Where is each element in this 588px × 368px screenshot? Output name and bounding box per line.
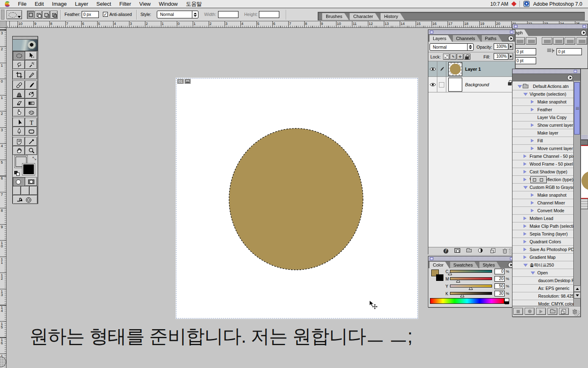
action-row-fill[interactable]: Fill — [512, 137, 573, 145]
action-row-move-current-layer[interactable]: Move current layer — [512, 145, 573, 153]
action-row-sepia-toning-layer[interactable]: Sepia Toning (layer) — [512, 230, 573, 238]
menu-view[interactable]: View — [135, 1, 155, 7]
height-input[interactable] — [259, 11, 279, 18]
path-selection-tool[interactable] — [13, 118, 25, 127]
lock-transparency-button[interactable] — [443, 54, 450, 60]
justify-last-center-button[interactable] — [553, 37, 564, 45]
triangle-closed-icon[interactable] — [531, 100, 534, 103]
opacity-value[interactable]: 100% — [494, 43, 508, 50]
layer-thumbnail[interactable] — [448, 62, 462, 76]
elliptical-marquee-tool[interactable] — [13, 51, 25, 60]
toolbox-drag-bar[interactable] — [13, 36, 38, 40]
adjustment-layer-button[interactable] — [476, 248, 485, 254]
close-box-icon[interactable] — [430, 31, 433, 34]
layers-title-bar[interactable] — [428, 30, 515, 35]
layer-name[interactable]: Layer 1 — [465, 67, 481, 72]
stop-button[interactable] — [513, 308, 523, 315]
action-row-resolution-98-425[interactable]: Resolution: 98.425 ... — [512, 292, 573, 300]
action-row-wood-frame-50-pixel[interactable]: Wood Frame - 50 pixel — [512, 160, 573, 168]
action-row-save-as-photoshop-pdf[interactable]: Save As Photoshop PDF — [512, 246, 573, 254]
action-row-show-current-layer[interactable]: Show current layer — [512, 121, 573, 129]
scrollbar-thumb[interactable] — [574, 82, 580, 135]
action-row-make-snapshot[interactable]: Make snapshot — [512, 191, 573, 199]
delete-layer-button[interactable] — [500, 248, 509, 254]
slider-thumb[interactable] — [448, 272, 452, 275]
lock-position-button[interactable]: ✛ — [457, 54, 463, 60]
photoshop-app-icon[interactable] — [523, 1, 530, 7]
action-row-mode-cmyk-color[interactable]: Mode: CMYK color — [512, 300, 573, 306]
menu-file[interactable]: File — [14, 1, 31, 7]
channel-value-field[interactable]: 50 — [494, 283, 505, 289]
slider-thumb[interactable] — [461, 294, 464, 297]
notes-tool[interactable] — [13, 137, 25, 146]
standard-mode-button[interactable] — [13, 177, 25, 186]
tab-paths[interactable]: Paths — [482, 35, 502, 42]
palette-menu-button[interactable] — [581, 30, 586, 36]
fullscreen-menubar-button[interactable] — [21, 186, 29, 195]
triangle-closed-icon[interactable] — [531, 147, 534, 150]
background-color-swatch[interactable] — [23, 164, 34, 174]
slider-thumb[interactable] — [469, 287, 472, 289]
apple-menu-icon[interactable] — [5, 1, 10, 7]
selection-mode-subtract-button[interactable] — [42, 11, 50, 19]
healing-brush-tool[interactable] — [13, 81, 25, 90]
tab-channels[interactable]: Channels — [453, 35, 481, 42]
triangle-closed-icon[interactable] — [523, 170, 526, 173]
link-column[interactable] — [437, 61, 446, 77]
dock-tab-brushes[interactable]: Brushes — [322, 13, 349, 20]
triangle-closed-icon[interactable] — [531, 139, 534, 142]
options-bar-grip[interactable] — [1, 9, 4, 20]
lasso-tool[interactable] — [13, 60, 25, 69]
vertical-ruler[interactable]: 32101234567891 01 11 21 31 41 51 61 7 — [0, 28, 7, 368]
clone-stamp-tool[interactable] — [13, 90, 25, 99]
justify-last-left-button[interactable] — [542, 37, 552, 45]
layer-style-button[interactable]: f — [441, 248, 450, 254]
zoom-box-icon[interactable] — [510, 31, 513, 34]
triangle-open-icon[interactable] — [518, 85, 522, 88]
menu-window[interactable]: Window — [155, 1, 182, 7]
jump-to-imageready-button[interactable] — [13, 195, 38, 204]
align-left-button[interactable] — [514, 37, 525, 45]
triangle-closed-icon[interactable] — [523, 256, 526, 259]
action-row-250[interactable]: 출력티프250 — [512, 261, 573, 269]
type-tool[interactable]: T — [25, 118, 37, 127]
layer-row-background[interactable]: Background — [428, 77, 515, 92]
channel-value-field[interactable]: 0 — [494, 269, 505, 274]
swap-colors-icon[interactable]: ⤡ — [32, 156, 36, 161]
visibility-toggle[interactable] — [428, 77, 437, 92]
selection-mode-new-button[interactable] — [27, 11, 34, 19]
zoom-box-icon[interactable] — [574, 70, 577, 73]
style-popup[interactable]: Normal — [157, 11, 198, 18]
sponge-tool[interactable] — [25, 108, 37, 117]
tab-color[interactable]: Color — [430, 262, 449, 268]
selection-mode-intersect-button[interactable] — [50, 11, 58, 19]
triangle-open-icon[interactable] — [523, 186, 528, 189]
triangle-closed-icon[interactable] — [523, 240, 526, 243]
visibility-toggle[interactable] — [428, 61, 437, 77]
selection-mode-add-button[interactable] — [35, 11, 42, 19]
triangle-closed-icon[interactable] — [523, 155, 526, 158]
triangle-closed-icon[interactable] — [523, 224, 526, 228]
move-tool[interactable] — [25, 51, 37, 60]
blend-mode-popup[interactable]: Normal — [430, 43, 474, 51]
close-box-icon[interactable] — [430, 257, 433, 260]
record-button[interactable] — [525, 308, 535, 315]
ruler-corner[interactable] — [0, 21, 7, 28]
magic-wand-tool[interactable] — [25, 60, 37, 69]
menu-layer[interactable]: Layer — [71, 1, 93, 7]
layer-set-button[interactable] — [464, 248, 473, 254]
action-row-convert-mode[interactable]: Convert Mode — [512, 207, 573, 215]
action-row-molten-lead[interactable]: Molten Lead — [512, 215, 573, 222]
action-row-water-reflection-type[interactable]: Water Reflection (type) — [512, 176, 573, 184]
triangle-closed-icon[interactable] — [531, 108, 534, 111]
quick-mask-mode-button[interactable] — [25, 177, 37, 186]
action-row-cast-shadow-type[interactable]: Cast Shadow (type) — [512, 168, 573, 176]
resize-grip-icon[interactable] — [574, 310, 580, 316]
width-input[interactable] — [218, 11, 238, 18]
triangle-open-icon[interactable] — [523, 264, 528, 267]
indent-first-field[interactable]: 0 pt — [515, 57, 536, 64]
actions-title-bar[interactable] — [512, 69, 580, 74]
triangle-open-icon[interactable] — [531, 272, 535, 274]
channel-gradient-bar[interactable] — [450, 270, 492, 273]
document-canvas[interactable]: 01 — [176, 78, 418, 319]
